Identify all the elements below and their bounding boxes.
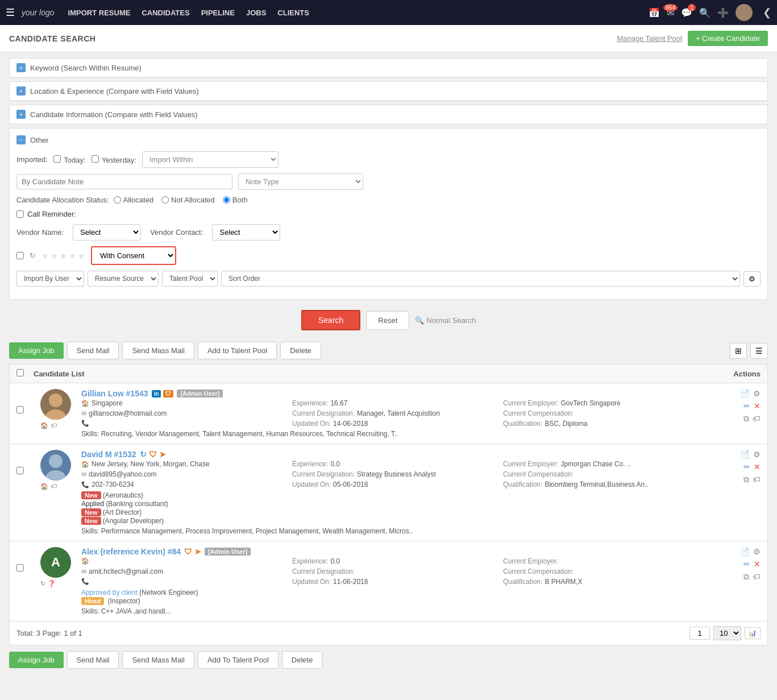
view-profile-icon-alex[interactable]: 📄 [740,547,750,556]
not-allocated-radio[interactable] [161,196,169,204]
select-all-checkbox[interactable] [16,369,24,376]
calendar-icon[interactable]: 📅 [649,7,660,18]
hamburger-icon[interactable]: ☰ [6,6,15,19]
star-rating[interactable]: ★ ★ ★ ★ ★ [41,251,85,260]
yesterday-checkbox[interactable] [92,155,99,163]
sort-order-select[interactable]: Sort Order [221,271,740,287]
add-to-talent-pool-button-bottom[interactable]: Add To Talent Pool [198,651,279,669]
normal-search-link[interactable]: 🔍 Normal Search [415,316,476,325]
candidate-info-toggle-icon[interactable]: + [16,110,26,119]
import-within-select[interactable]: Import Within [142,151,279,168]
reset-button[interactable]: Reset [366,311,409,330]
candidate-name-link-alex[interactable]: Alex (reference Kevin) #84 [81,547,181,556]
duplicate-icon-david[interactable]: ⧉ [743,475,749,484]
star-5[interactable]: ★ [78,251,85,260]
nav-pipeline[interactable]: PIPELINE [201,9,235,17]
settings-icon-alex[interactable]: ⚙ [753,547,761,556]
vendor-contact-select[interactable]: Select [212,224,280,241]
by-candidate-note-input[interactable] [16,174,232,189]
user-avatar[interactable] [736,4,753,21]
view-profile-icon-gillian[interactable]: 📄 [740,389,750,398]
settings-icon-david[interactable]: ⚙ [753,450,761,459]
keyword-toggle-icon[interactable]: + [16,63,26,72]
star-4[interactable]: ★ [69,251,76,260]
candidate-checkbox-alex[interactable] [16,564,24,571]
delete-icon-david[interactable]: ✕ [754,462,761,471]
collapse-icon[interactable]: ❮ [763,6,771,19]
refresh-circle-icon[interactable]: ↻ [30,251,36,260]
duplicate-icon-gillian[interactable]: ⧉ [743,414,749,424]
grid-view-button[interactable]: ⊞ [730,343,747,359]
allocated-radio-label[interactable]: Allocated [114,196,153,204]
linkedin-icon[interactable]: in [152,390,161,397]
arrow-icon-david[interactable]: ➤ [159,450,166,459]
export-excel-button[interactable]: 📊 [745,627,761,639]
assign-job-button-bottom[interactable]: Assign Job [9,652,64,668]
tag-icon-alex[interactable]: 🏷 [753,572,761,582]
settings-icon-gillian[interactable]: ⚙ [753,389,761,398]
edit-icon-david[interactable]: ✏ [743,462,750,471]
keyword-section-header[interactable]: + Keyword (Search Within Resume) [10,59,767,77]
page-number-input[interactable] [689,627,710,640]
allocated-radio[interactable] [114,196,121,204]
add-to-talent-pool-button-top[interactable]: Add to Talent Pool [198,342,277,359]
note-type-select[interactable]: Note Type [238,173,363,190]
star-3[interactable]: ★ [60,251,67,260]
send-mail-button-bottom[interactable]: Send Mail [67,651,119,669]
delete-icon-alex[interactable]: ✕ [754,560,761,569]
consent-select[interactable]: With Consent Without Consent All [91,246,176,265]
candidate-info-section-header[interactable]: + Candidate Information (Compare with Fi… [10,105,767,124]
vendor-name-select[interactable]: Select [73,224,141,241]
talent-pool-select[interactable]: Talent Pool [162,271,218,287]
refresh-icon-david[interactable]: ↻ [140,450,147,459]
delete-button-top[interactable]: Delete [280,342,321,359]
shield-icon-gillian[interactable]: 🛡 [163,390,173,397]
shield-icon-david[interactable]: 🛡 [149,450,157,459]
candidate-name-link-david[interactable]: David M #1532 [81,450,136,459]
send-mass-mail-button-bottom[interactable]: Send Mass Mail [122,651,194,669]
filter-settings-button[interactable]: ⚙ [743,271,761,287]
not-allocated-radio-label[interactable]: Not Allocated [161,196,215,204]
candidate-name-link-gillian[interactable]: Gillian Low #1543 [81,389,148,398]
arrow-icon-alex[interactable]: ➤ [194,547,201,556]
per-page-select[interactable]: 10 25 50 [713,626,741,640]
add-icon[interactable]: ➕ [717,7,729,18]
duplicate-icon-alex[interactable]: ⧉ [743,572,749,582]
consent-checkbox[interactable] [16,252,24,259]
delete-icon-gillian[interactable]: ✕ [754,401,761,411]
tag-icon-david[interactable]: 🏷 [753,475,761,484]
star-1[interactable]: ★ [41,251,49,260]
chat-icon[interactable]: 💬 1 [681,7,692,18]
today-checkbox[interactable] [53,155,61,163]
view-profile-icon-david[interactable]: 📄 [740,450,750,459]
nav-candidates[interactable]: CANDIDATES [142,9,189,17]
nav-import-resume[interactable]: IMPORT RESUME [68,9,131,17]
candidate-checkbox-gillian[interactable] [16,406,24,413]
assign-job-button-top[interactable]: Assign Job [9,342,64,359]
location-toggle-icon[interactable]: + [16,86,26,96]
delete-button-bottom[interactable]: Delete [282,651,323,669]
list-view-button[interactable]: ☰ [750,343,768,359]
nav-jobs[interactable]: JOBS [246,9,266,17]
manage-talent-pool-link[interactable]: Manage Talent Pool [617,34,682,43]
candidate-checkbox-david[interactable] [16,467,24,474]
mail-icon[interactable]: ✉ 864 [667,7,674,18]
other-toggle-icon[interactable]: − [16,135,26,144]
search-button[interactable]: Search [301,310,360,330]
edit-icon-gillian[interactable]: ✏ [743,401,750,411]
edit-icon-alex[interactable]: ✏ [743,560,750,569]
search-icon[interactable]: 🔍 [699,7,710,18]
send-mail-button-top[interactable]: Send Mail [67,342,119,359]
call-reminder-checkbox[interactable] [16,210,24,218]
shield-icon-alex[interactable]: 🛡 [184,547,192,556]
nav-clients[interactable]: CLIENTS [277,9,309,17]
resume-source-select[interactable]: Resume Source [88,271,159,287]
tag-icon-gillian[interactable]: 🏷 [753,414,761,424]
create-candidate-button[interactable]: + Create Candidate [688,31,768,46]
import-by-user-select[interactable]: Import By User [16,271,84,287]
send-mass-mail-button-top[interactable]: Send Mass Mail [122,342,194,359]
star-2[interactable]: ★ [51,251,58,260]
both-radio-label[interactable]: Both [223,196,248,204]
both-radio[interactable] [223,196,230,204]
location-section-header[interactable]: + Location & Experience (Compare with Fi… [10,82,767,101]
